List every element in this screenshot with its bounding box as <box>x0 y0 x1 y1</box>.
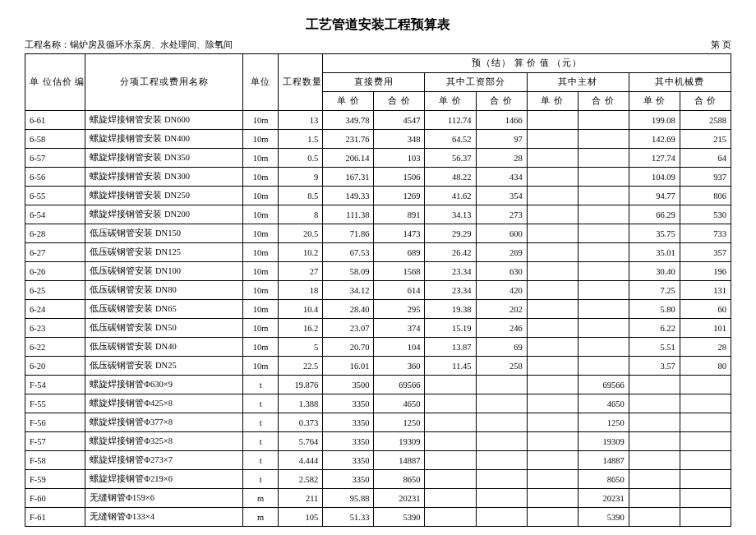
cell-name: 螺旋焊接钢管安装 DN350 <box>85 149 243 168</box>
cell-machine-unit: 6.22 <box>629 319 680 338</box>
cell-machine-unit <box>629 489 680 508</box>
table-row: 6-55螺旋焊接钢管安装 DN25010m8.5149.33126941.623… <box>25 187 731 205</box>
cell-machine-total <box>680 376 731 394</box>
cell-qty: 18 <box>279 281 323 300</box>
cell-material-unit <box>527 451 578 470</box>
cell-labor-total: 69 <box>476 338 527 357</box>
cell-unit: t <box>243 451 279 470</box>
table-row: 6-24低压碳钢管安装 DN6510m10.428.4029519.382025… <box>25 300 731 319</box>
cell-material-total <box>578 281 629 300</box>
cell-direct-total: 1473 <box>374 224 425 243</box>
cell-material-unit <box>527 281 578 300</box>
cell-direct-total: 1269 <box>374 187 425 205</box>
table-row: 6-54螺旋焊接钢管安装 DN20010m8111.3889134.132736… <box>25 205 731 224</box>
cell-code: F-57 <box>25 432 85 451</box>
table-row: 6-28低压碳钢管安装 DN15010m20.571.86147329.2960… <box>25 224 731 243</box>
cell-code: 6-55 <box>25 187 85 205</box>
cell-material-unit <box>527 338 578 357</box>
cell-unit: 10m <box>243 205 279 224</box>
table-row: 6-27低压碳钢管安装 DN12510m10.267.5368926.42269… <box>25 243 731 262</box>
table-body: 6-61螺旋焊接钢管安装 DN60010m13349.784547112.741… <box>25 111 731 527</box>
th-total-price: 合 价 <box>476 92 527 111</box>
cell-direct-total: 8650 <box>374 470 425 489</box>
cell-name: 螺旋焊接钢管Φ377×8 <box>85 413 243 432</box>
cell-labor-total: 630 <box>476 262 527 281</box>
cell-unit: 10m <box>243 300 279 319</box>
cell-machine-total: 806 <box>680 187 731 205</box>
cell-unit: 10m <box>243 168 279 187</box>
cell-labor-unit <box>425 376 476 394</box>
cell-labor-unit: 13.87 <box>425 338 476 357</box>
cell-qty: 27 <box>279 262 323 281</box>
cell-machine-unit <box>629 413 680 432</box>
cell-name: 低压碳钢管安装 DN150 <box>85 224 243 243</box>
cell-machine-unit <box>629 394 680 413</box>
cell-unit: 10m <box>243 281 279 300</box>
cell-qty: 19.876 <box>279 376 323 394</box>
cell-material-unit <box>527 470 578 489</box>
cell-qty: 8.5 <box>279 187 323 205</box>
cell-code: 6-56 <box>25 168 85 187</box>
cell-qty: 10.4 <box>279 300 323 319</box>
cell-material-unit <box>527 394 578 413</box>
cell-direct-total: 374 <box>374 319 425 338</box>
cell-labor-unit <box>425 508 476 527</box>
cell-machine-total <box>680 470 731 489</box>
cell-labor-unit: 23.34 <box>425 262 476 281</box>
cell-material-unit <box>527 149 578 168</box>
cell-qty: 16.2 <box>279 319 323 338</box>
cell-direct-unit: 149.33 <box>323 187 374 205</box>
cell-name: 低压碳钢管安装 DN50 <box>85 319 243 338</box>
cell-qty: 13 <box>279 111 323 130</box>
cell-unit: 10m <box>243 111 279 130</box>
cell-labor-unit: 11.45 <box>425 357 476 376</box>
cell-direct-total: 19309 <box>374 432 425 451</box>
cell-qty: 1.5 <box>279 130 323 149</box>
cell-code: 6-61 <box>25 111 85 130</box>
cell-machine-unit <box>629 451 680 470</box>
cell-labor-total <box>476 470 527 489</box>
cell-machine-total: 196 <box>680 262 731 281</box>
cell-machine-total: 28 <box>680 338 731 357</box>
header-line: 工程名称：锅炉房及循环水泵房、水处理间、除氧间 第 页 <box>25 39 731 51</box>
cell-qty: 1.388 <box>279 394 323 413</box>
cell-unit: 10m <box>243 319 279 338</box>
cell-labor-total: 420 <box>476 281 527 300</box>
cell-machine-unit: 94.77 <box>629 187 680 205</box>
cell-qty: 5 <box>279 338 323 357</box>
table-row: 6-57螺旋焊接钢管安装 DN35010m0.5206.1410356.3728… <box>25 149 731 168</box>
cell-unit: m <box>243 508 279 527</box>
table-row: 6-23低压碳钢管安装 DN5010m16.223.0737415.192466… <box>25 319 731 338</box>
cell-material-total: 4650 <box>578 394 629 413</box>
cell-machine-total: 64 <box>680 149 731 168</box>
cell-name: 螺旋焊接钢管Φ273×7 <box>85 451 243 470</box>
cell-name: 低压碳钢管安装 DN25 <box>85 357 243 376</box>
cell-labor-total: 1466 <box>476 111 527 130</box>
cell-direct-total: 69566 <box>374 376 425 394</box>
cell-machine-total <box>680 489 731 508</box>
cell-labor-total <box>476 489 527 508</box>
cell-direct-unit: 3350 <box>323 413 374 432</box>
th-direct: 直接费用 <box>323 73 425 92</box>
cell-direct-total: 103 <box>374 149 425 168</box>
cell-code: F-61 <box>25 508 85 527</box>
cell-direct-unit: 16.01 <box>323 357 374 376</box>
cell-name: 低压碳钢管安装 DN65 <box>85 300 243 319</box>
cell-labor-unit: 64.52 <box>425 130 476 149</box>
th-total-price: 合 价 <box>680 92 731 111</box>
cell-labor-unit: 23.34 <box>425 281 476 300</box>
cell-labor-total <box>476 376 527 394</box>
th-material: 其中主材 <box>527 73 629 92</box>
cell-code: F-56 <box>25 413 85 432</box>
cell-code: 6-27 <box>25 243 85 262</box>
cell-direct-total: 614 <box>374 281 425 300</box>
cell-material-total: 8650 <box>578 470 629 489</box>
cell-material-unit <box>527 432 578 451</box>
th-unit-price: 单 价 <box>527 92 578 111</box>
cell-labor-total: 97 <box>476 130 527 149</box>
cell-qty: 20.5 <box>279 224 323 243</box>
table-row: F-57螺旋焊接钢管Φ325×8t5.76433501930919309 <box>25 432 731 451</box>
cell-qty: 5.764 <box>279 432 323 451</box>
cell-name: 低压碳钢管安装 DN40 <box>85 338 243 357</box>
cell-qty: 8 <box>279 205 323 224</box>
